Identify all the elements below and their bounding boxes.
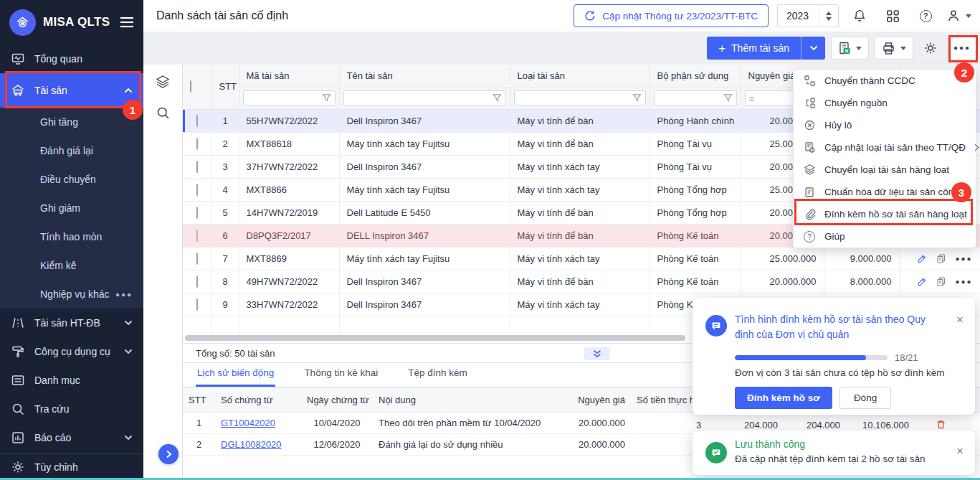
annotation-badge-1: 1 [123, 100, 143, 120]
sidebar-item-tai-san[interactable]: Tài sản [0, 73, 143, 108]
sidebar-item-ghi-tang[interactable]: Ghi tăng [0, 108, 143, 136]
list-card-icon [11, 373, 25, 387]
dept-filter-input[interactable] [654, 90, 737, 106]
search-icon[interactable] [156, 105, 171, 121]
asset-icon [11, 83, 25, 98]
chevron-right-icon [166, 450, 172, 458]
row-checkbox[interactable] [196, 207, 198, 219]
sidebar-item-bao-cao[interactable]: Báo cáo [0, 423, 143, 452]
sidebar-item-tong-quan[interactable]: Tổng quan [0, 44, 143, 73]
attach-documents-button[interactable]: Đính kèm hồ sơ [735, 387, 832, 409]
hamburger-menu-icon[interactable] [120, 17, 134, 28]
tab-lich-su-bien-dong[interactable]: Lịch sử biến động [196, 367, 275, 387]
sidebar-item-cong-cu-dung-cu[interactable]: Công cụ dụng cụ [0, 337, 143, 366]
row-checkbox[interactable] [196, 115, 198, 127]
row-checkbox[interactable] [196, 276, 198, 288]
caret-down-icon [856, 47, 862, 50]
menu-item-giup[interactable]: ? Giúp [794, 225, 976, 248]
edit-icon[interactable] [917, 276, 927, 288]
export-excel-button[interactable] [831, 37, 869, 60]
progress-fill [735, 355, 866, 360]
delete-icon[interactable] [936, 419, 946, 430]
success-check-icon [705, 442, 727, 463]
year-selector[interactable]: 2023 [777, 4, 839, 27]
row-more-icon[interactable]: ●●● [955, 255, 972, 263]
excel-icon [838, 42, 851, 55]
document-link[interactable]: DGL10082020 [221, 439, 282, 450]
name-filter-input[interactable] [343, 90, 506, 106]
spin-down-icon[interactable] [826, 17, 832, 21]
menu-item-huy-lo[interactable]: Hủy lô [794, 114, 976, 136]
sidebar-item-nghiep-vu-khac[interactable]: Nghiệp vụ khác●●● [0, 280, 143, 309]
dashboard-icon [11, 52, 25, 66]
year-spinner[interactable] [819, 5, 838, 27]
help-icon: ? [803, 230, 816, 243]
action-toolbar: + Thêm tài sản ●●● [143, 32, 980, 65]
code-filter-input[interactable] [243, 90, 336, 106]
paperclip-icon [803, 208, 816, 221]
row-checkbox[interactable] [196, 138, 198, 150]
menu-item-dinh-kem-ho-so[interactable]: Đính kèm hồ sơ tài sản hàng loạt [794, 203, 976, 225]
update-type-icon [803, 141, 816, 154]
expand-sidebar-button[interactable] [158, 444, 179, 464]
tab-thong-tin-ke-khai[interactable]: Thông tin kê khai [303, 367, 379, 387]
cancel-lot-icon [803, 119, 816, 132]
row-checkbox[interactable] [196, 298, 198, 311]
update-circular-button[interactable]: Cập nhật Thông tư 23/2023/TT-BTC [574, 4, 769, 27]
sidebar-item-danh-muc[interactable]: Danh mục [0, 366, 143, 395]
select-all-checkbox[interactable] [190, 80, 191, 93]
layers-icon[interactable] [155, 74, 171, 90]
edit-icon[interactable] [917, 253, 927, 265]
sidebar-item-ghi-giam[interactable]: Ghi giảm [0, 194, 143, 222]
menu-item-chuyen-loai-tai-san[interactable]: Chuyển loại tài sản hàng loạt [794, 159, 976, 181]
duplicate-icon[interactable] [936, 253, 946, 265]
close-icon[interactable]: × [956, 445, 964, 457]
menu-item-chuyen-thanh-ccdc[interactable]: Chuyển thành CCDC [794, 70, 976, 92]
annotation-badge-2: 2 [954, 62, 974, 83]
brand-name: MISA QLTS [43, 15, 113, 29]
sidebar-item-danh-gia-lai[interactable]: Đánh giá lại [0, 136, 143, 165]
user-menu[interactable] [946, 9, 971, 23]
more-actions-button[interactable]: ●●● [948, 37, 976, 60]
close-icon[interactable]: × [956, 314, 964, 326]
notification-bell-icon[interactable] [847, 4, 872, 28]
select-all-cell[interactable] [183, 65, 211, 109]
sidebar-item-kiem-ke[interactable]: Kiểm kê [0, 251, 143, 280]
spin-up-icon[interactable] [826, 11, 832, 15]
convert-ccdc-icon [803, 75, 816, 88]
row-checkbox[interactable] [196, 184, 198, 196]
funnel-icon [723, 94, 733, 103]
print-button[interactable] [875, 37, 913, 60]
add-asset-dropdown-button[interactable] [801, 37, 825, 60]
chevron-down-icon [809, 45, 818, 51]
duplicate-icon[interactable] [936, 276, 946, 288]
settings-gear-button[interactable] [919, 37, 942, 60]
row-checkbox[interactable] [196, 230, 198, 242]
help-icon[interactable]: ? [913, 4, 938, 28]
sidebar-item-tinh-hao-mon[interactable]: Tính hao mòn [0, 222, 143, 251]
apps-grid-icon[interactable] [880, 4, 905, 28]
document-link[interactable]: GT10042020 [221, 418, 275, 428]
sidebar-item-tai-san-ht-db[interactable]: Tài sản HT-ĐB [0, 309, 143, 337]
row-checkbox[interactable] [196, 253, 198, 265]
col-type: Loại tài sản [510, 65, 650, 88]
row-more-icon[interactable]: ●●● [955, 278, 972, 286]
horizontal-scrollbar[interactable] [185, 335, 685, 341]
sidebar-item-tra-cuu[interactable]: Tra cứu [0, 395, 143, 423]
menu-item-chuan-hoa-du-lieu[interactable]: Chuẩn hóa dữ liệu tài sản công [794, 181, 976, 203]
sidebar-item-tuy-chinh[interactable]: Tùy chỉnh [0, 454, 143, 480]
type-filter-input[interactable] [514, 90, 646, 106]
add-asset-button[interactable]: + Thêm tài sản [707, 37, 801, 60]
row-checkbox[interactable] [196, 161, 198, 173]
attach-progress: 18/21 [735, 352, 918, 363]
table-row[interactable]: 7 MXT8869 Máy tính xách tay Fujitsu Máy … [183, 247, 980, 270]
menu-item-cap-nhat-loai-tai-san[interactable]: Cập nhật loại tài sản theo TT/QĐ [794, 136, 976, 159]
dismiss-button[interactable]: Đóng [839, 387, 891, 409]
col-code: Mã tài sản [239, 65, 339, 88]
tab-tep-dinh-kem[interactable]: Tệp đính kèm [406, 367, 469, 387]
table-row[interactable]: 8 49H7WN72/2022 Dell Inspiron 3467 Máy v… [183, 270, 980, 293]
menu-item-chuyen-nguon[interactable]: Chuyển nguồn [794, 92, 976, 114]
sidebar-item-dieu-chuyen[interactable]: Điều chuyển [0, 165, 143, 194]
collapse-panel-button[interactable] [584, 347, 610, 360]
search-icon [11, 402, 25, 416]
